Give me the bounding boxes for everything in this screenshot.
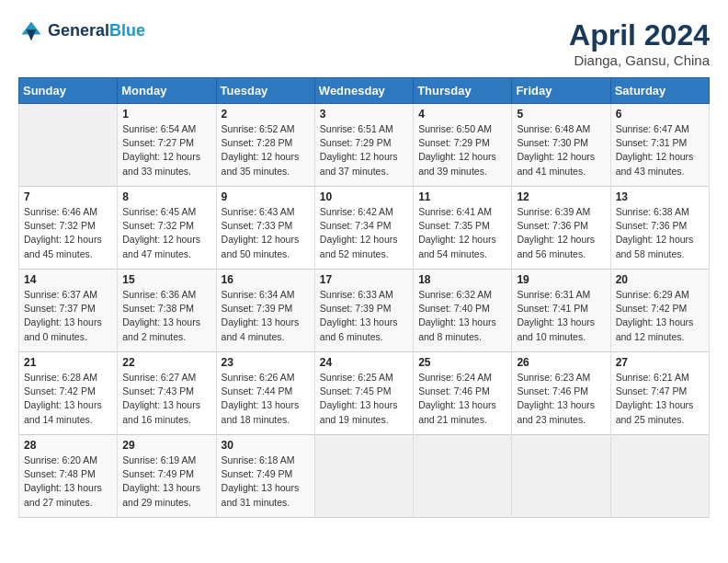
day-number: 18: [418, 273, 507, 286]
day-number: 19: [517, 273, 606, 286]
day-info: Sunrise: 6:54 AMSunset: 7:27 PMDaylight:…: [122, 122, 211, 178]
day-info: Sunrise: 6:18 AMSunset: 7:49 PMDaylight:…: [222, 454, 311, 510]
day-info: Sunrise: 6:47 AMSunset: 7:31 PMDaylight:…: [616, 122, 705, 178]
day-number: 8: [122, 190, 211, 203]
calendar-cell: 27Sunrise: 6:21 AMSunset: 7:47 PMDayligh…: [610, 352, 709, 435]
day-number: 1: [122, 108, 211, 121]
day-info: Sunrise: 6:41 AMSunset: 7:35 PMDaylight:…: [418, 205, 507, 261]
day-number: 16: [222, 273, 311, 286]
calendar-cell: 24Sunrise: 6:25 AMSunset: 7:45 PMDayligh…: [314, 352, 413, 435]
weekday-header-sunday: Sunday: [19, 78, 118, 104]
weekday-header-monday: Monday: [118, 78, 216, 104]
calendar-cell: 7Sunrise: 6:46 AMSunset: 7:32 PMDaylight…: [19, 187, 118, 270]
weekday-header-thursday: Thursday: [414, 78, 512, 104]
calendar-table: SundayMondayTuesdayWednesdayThursdayFrid…: [18, 77, 710, 518]
calendar-cell: 2Sunrise: 6:52 AMSunset: 7:28 PMDaylight…: [216, 104, 314, 187]
weekday-header-saturday: Saturday: [610, 78, 709, 104]
day-number: 3: [320, 108, 409, 121]
day-info: Sunrise: 6:45 AMSunset: 7:32 PMDaylight:…: [122, 205, 211, 261]
day-info: Sunrise: 6:36 AMSunset: 7:38 PMDaylight:…: [122, 288, 211, 344]
calendar-cell: 13Sunrise: 6:38 AMSunset: 7:36 PMDayligh…: [610, 187, 709, 270]
day-info: Sunrise: 6:25 AMSunset: 7:45 PMDaylight:…: [320, 371, 409, 427]
month-title: April 2024: [569, 18, 710, 52]
day-number: 25: [418, 356, 507, 369]
day-info: Sunrise: 6:34 AMSunset: 7:39 PMDaylight:…: [222, 288, 311, 344]
day-info: Sunrise: 6:32 AMSunset: 7:40 PMDaylight:…: [418, 288, 507, 344]
calendar-week-5: 28Sunrise: 6:20 AMSunset: 7:48 PMDayligh…: [19, 435, 710, 518]
day-info: Sunrise: 6:50 AMSunset: 7:29 PMDaylight:…: [418, 122, 507, 178]
day-info: Sunrise: 6:43 AMSunset: 7:33 PMDaylight:…: [222, 205, 311, 261]
day-info: Sunrise: 6:48 AMSunset: 7:30 PMDaylight:…: [517, 122, 606, 178]
calendar-cell: 15Sunrise: 6:36 AMSunset: 7:38 PMDayligh…: [118, 270, 216, 352]
weekday-header-friday: Friday: [512, 78, 610, 104]
calendar-week-2: 7Sunrise: 6:46 AMSunset: 7:32 PMDaylight…: [19, 187, 710, 270]
day-info: Sunrise: 6:20 AMSunset: 7:48 PMDaylight:…: [24, 454, 113, 510]
weekday-header-tuesday: Tuesday: [216, 78, 314, 104]
calendar-cell: 26Sunrise: 6:23 AMSunset: 7:46 PMDayligh…: [512, 352, 610, 435]
calendar-cell: [19, 104, 118, 187]
svg-marker-1: [27, 29, 37, 40]
calendar-cell: 23Sunrise: 6:26 AMSunset: 7:44 PMDayligh…: [216, 352, 314, 435]
calendar-cell: [610, 435, 709, 518]
weekday-header-wednesday: Wednesday: [314, 78, 413, 104]
day-number: 22: [122, 356, 211, 369]
day-number: 10: [320, 190, 409, 203]
day-info: Sunrise: 6:46 AMSunset: 7:32 PMDaylight:…: [24, 205, 113, 261]
calendar-cell: 18Sunrise: 6:32 AMSunset: 7:40 PMDayligh…: [414, 270, 512, 352]
day-info: Sunrise: 6:24 AMSunset: 7:46 PMDaylight:…: [418, 371, 507, 427]
day-number: 29: [122, 439, 211, 452]
day-info: Sunrise: 6:37 AMSunset: 7:37 PMDaylight:…: [24, 288, 113, 344]
calendar-cell: [512, 435, 610, 518]
calendar-week-1: 1Sunrise: 6:54 AMSunset: 7:27 PMDaylight…: [19, 104, 710, 187]
title-block: April 2024 Dianga, Gansu, China: [569, 18, 710, 68]
calendar-cell: 30Sunrise: 6:18 AMSunset: 7:49 PMDayligh…: [216, 435, 314, 518]
calendar-cell: 12Sunrise: 6:39 AMSunset: 7:36 PMDayligh…: [512, 187, 610, 270]
page-header: GeneralBlue April 2024 Dianga, Gansu, Ch…: [18, 18, 710, 68]
calendar-cell: [414, 435, 512, 518]
day-info: Sunrise: 6:23 AMSunset: 7:46 PMDaylight:…: [517, 371, 606, 427]
calendar-cell: 16Sunrise: 6:34 AMSunset: 7:39 PMDayligh…: [216, 270, 314, 352]
calendar-cell: 5Sunrise: 6:48 AMSunset: 7:30 PMDaylight…: [512, 104, 610, 187]
day-number: 11: [418, 190, 507, 203]
calendar-cell: 29Sunrise: 6:19 AMSunset: 7:49 PMDayligh…: [118, 435, 216, 518]
day-number: 4: [418, 108, 507, 121]
day-info: Sunrise: 6:19 AMSunset: 7:49 PMDaylight:…: [122, 454, 211, 510]
calendar-cell: 3Sunrise: 6:51 AMSunset: 7:29 PMDaylight…: [314, 104, 413, 187]
calendar-body: 1Sunrise: 6:54 AMSunset: 7:27 PMDaylight…: [19, 104, 710, 518]
day-info: Sunrise: 6:27 AMSunset: 7:43 PMDaylight:…: [122, 371, 211, 427]
day-number: 17: [320, 273, 409, 286]
calendar-cell: 10Sunrise: 6:42 AMSunset: 7:34 PMDayligh…: [314, 187, 413, 270]
day-number: 27: [616, 356, 705, 369]
day-info: Sunrise: 6:42 AMSunset: 7:34 PMDaylight:…: [320, 205, 409, 261]
day-number: 28: [24, 439, 113, 452]
day-number: 26: [517, 356, 606, 369]
day-number: 20: [616, 273, 705, 286]
day-info: Sunrise: 6:38 AMSunset: 7:36 PMDaylight:…: [616, 205, 705, 261]
calendar-cell: 19Sunrise: 6:31 AMSunset: 7:41 PMDayligh…: [512, 270, 610, 352]
calendar-cell: 9Sunrise: 6:43 AMSunset: 7:33 PMDaylight…: [216, 187, 314, 270]
day-info: Sunrise: 6:28 AMSunset: 7:42 PMDaylight:…: [24, 371, 113, 427]
weekday-header-row: SundayMondayTuesdayWednesdayThursdayFrid…: [19, 78, 710, 104]
calendar-cell: 21Sunrise: 6:28 AMSunset: 7:42 PMDayligh…: [19, 352, 118, 435]
calendar-cell: 8Sunrise: 6:45 AMSunset: 7:32 PMDaylight…: [118, 187, 216, 270]
calendar-cell: 20Sunrise: 6:29 AMSunset: 7:42 PMDayligh…: [610, 270, 709, 352]
calendar-cell: 1Sunrise: 6:54 AMSunset: 7:27 PMDaylight…: [118, 104, 216, 187]
day-info: Sunrise: 6:51 AMSunset: 7:29 PMDaylight:…: [320, 122, 409, 178]
calendar-cell: 11Sunrise: 6:41 AMSunset: 7:35 PMDayligh…: [414, 187, 512, 270]
logo-text: GeneralBlue: [48, 22, 145, 40]
day-number: 7: [24, 190, 113, 203]
calendar-week-3: 14Sunrise: 6:37 AMSunset: 7:37 PMDayligh…: [19, 270, 710, 352]
calendar-cell: 6Sunrise: 6:47 AMSunset: 7:31 PMDaylight…: [610, 104, 709, 187]
day-info: Sunrise: 6:29 AMSunset: 7:42 PMDaylight:…: [616, 288, 705, 344]
day-number: 15: [122, 273, 211, 286]
calendar-cell: 14Sunrise: 6:37 AMSunset: 7:37 PMDayligh…: [19, 270, 118, 352]
calendar-cell: 4Sunrise: 6:50 AMSunset: 7:29 PMDaylight…: [414, 104, 512, 187]
calendar-cell: 28Sunrise: 6:20 AMSunset: 7:48 PMDayligh…: [19, 435, 118, 518]
day-info: Sunrise: 6:26 AMSunset: 7:44 PMDaylight:…: [222, 371, 311, 427]
day-number: 21: [24, 356, 113, 369]
day-number: 6: [616, 108, 705, 121]
day-info: Sunrise: 6:52 AMSunset: 7:28 PMDaylight:…: [222, 122, 311, 178]
calendar-cell: 25Sunrise: 6:24 AMSunset: 7:46 PMDayligh…: [414, 352, 512, 435]
day-number: 5: [517, 108, 606, 121]
day-number: 9: [222, 190, 311, 203]
